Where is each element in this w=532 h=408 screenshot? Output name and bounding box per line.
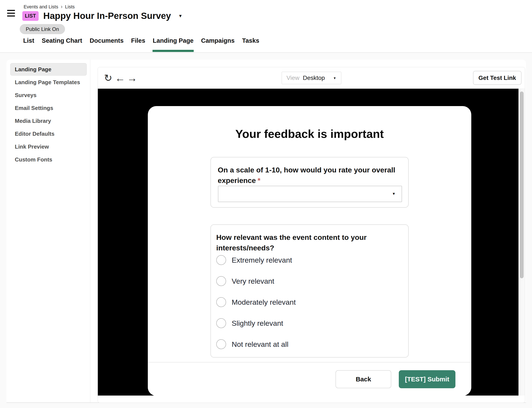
forward-arrow-icon[interactable]: → <box>127 67 138 89</box>
option-label: Not relevant at all <box>232 340 288 348</box>
preview-viewport: Your feedback is important On a scale of… <box>98 89 519 396</box>
option-very-relevant[interactable]: Very relevant <box>216 271 403 292</box>
chevron-down-icon: ▼ <box>333 76 336 80</box>
radio-button-icon[interactable] <box>216 255 226 265</box>
survey-card: Your feedback is important On a scale of… <box>148 106 471 396</box>
option-label: Extremely relevant <box>232 256 292 264</box>
sidebar-item-surveys[interactable]: Surveys <box>10 89 87 101</box>
back-arrow-icon[interactable]: ← <box>115 67 126 89</box>
sidebar-divider <box>90 60 90 402</box>
tab-list[interactable]: List <box>23 37 34 51</box>
sidebar-item-link-preview[interactable]: Link Preview <box>10 140 87 153</box>
view-select-label: View <box>286 75 299 81</box>
preview-toolbar: ↻ ← → View Desktop ▼ Get Test Link <box>98 67 525 89</box>
option-label: Slightly relevant <box>232 319 283 327</box>
survey-heading: Your feedback is important <box>148 127 471 140</box>
preview-scrollbar-track <box>518 89 525 396</box>
title-dropdown-caret-icon[interactable]: ▼ <box>178 14 183 18</box>
relevance-options: Extremely relevant Very relevant Moderat… <box>216 249 403 355</box>
sidebar-item-custom-fonts[interactable]: Custom Fonts <box>10 153 87 166</box>
option-slightly-relevant[interactable]: Slightly relevant <box>216 313 403 334</box>
back-button[interactable]: Back <box>336 370 391 388</box>
public-link-status-badge: Public Link On <box>20 24 65 34</box>
rating-dropdown[interactable]: ▼ <box>218 186 402 202</box>
view-select-value: Desktop <box>303 75 325 81</box>
question-rating-label: On a scale of 1-10, how would you rate y… <box>218 165 396 186</box>
content-panel: Landing Page Landing Page Templates Surv… <box>7 60 526 403</box>
refresh-icon[interactable]: ↻ <box>103 67 113 89</box>
option-moderately-relevant[interactable]: Moderately relevant <box>216 292 403 313</box>
tab-bar: List Seating Chart Documents Files Landi… <box>23 37 260 51</box>
question-rating-text: On a scale of 1-10, how would you rate y… <box>218 166 395 185</box>
breadcrumb-events-and-lists[interactable]: Events and Lists <box>24 4 58 10</box>
option-label: Moderately relevant <box>232 298 296 306</box>
settings-sidebar: Landing Page Landing Page Templates Surv… <box>7 60 90 402</box>
app-header: Events and Lists › Lists LIST Happy Hour… <box>0 0 532 53</box>
radio-button-icon[interactable] <box>216 339 226 349</box>
question-relevance-box: How relevant was the event content to yo… <box>210 224 409 357</box>
sidebar-item-editor-defaults[interactable]: Editor Defaults <box>10 128 87 140</box>
tab-files[interactable]: Files <box>131 37 146 51</box>
option-label: Very relevant <box>232 277 274 285</box>
get-test-link-button[interactable]: Get Test Link <box>473 71 522 85</box>
sidebar-item-landing-page-templates[interactable]: Landing Page Templates <box>10 76 87 88</box>
sidebar-item-email-settings[interactable]: Email Settings <box>10 102 87 114</box>
sidebar-item-landing-page[interactable]: Landing Page <box>10 63 87 76</box>
page-title: Happy Hour In-Person Survey <box>43 11 171 21</box>
preview-scrollbar-thumb[interactable] <box>520 92 524 278</box>
tab-seating-chart[interactable]: Seating Chart <box>42 37 82 51</box>
hamburger-menu-icon[interactable] <box>7 10 15 17</box>
view-mode-select[interactable]: View Desktop ▼ <box>282 72 341 84</box>
breadcrumb-lists[interactable]: Lists <box>65 4 75 10</box>
breadcrumb-separator-icon: › <box>61 4 62 10</box>
sidebar-item-media-library[interactable]: Media Library <box>10 115 87 127</box>
option-extremely-relevant[interactable]: Extremely relevant <box>216 249 403 271</box>
landing-page-preview-panel: ↻ ← → View Desktop ▼ Get Test Link Your … <box>98 67 525 403</box>
radio-button-icon[interactable] <box>216 276 226 286</box>
tab-campaigns[interactable]: Campaigns <box>201 37 235 51</box>
tab-documents[interactable]: Documents <box>90 37 124 51</box>
title-row: LIST Happy Hour In-Person Survey ▼ <box>22 11 183 21</box>
question-rating-box: On a scale of 1-10, how would you rate y… <box>210 157 409 208</box>
tab-tasks[interactable]: Tasks <box>242 37 260 51</box>
radio-button-icon[interactable] <box>216 318 226 328</box>
survey-footer: Back [TEST] Submit <box>148 362 471 396</box>
breadcrumb: Events and Lists › Lists <box>24 4 75 10</box>
list-type-badge: LIST <box>22 11 39 21</box>
option-not-relevant-at-all[interactable]: Not relevant at all <box>216 334 403 355</box>
test-submit-button[interactable]: [TEST] Submit <box>399 370 455 388</box>
radio-button-icon[interactable] <box>216 297 226 307</box>
required-asterisk: * <box>258 176 261 185</box>
tab-landing-page[interactable]: Landing Page <box>153 37 194 51</box>
dropdown-caret-icon: ▼ <box>392 192 396 196</box>
